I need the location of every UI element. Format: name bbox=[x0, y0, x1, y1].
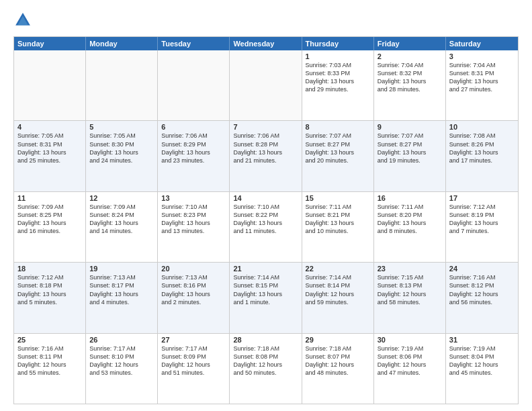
cell-line: Sunset: 8:06 PM bbox=[378, 353, 442, 361]
cell-line: Sunset: 8:21 PM bbox=[306, 211, 370, 219]
calendar-cell: 8Sunrise: 7:07 AMSunset: 8:27 PMDaylight… bbox=[302, 121, 374, 191]
day-number: 30 bbox=[378, 336, 442, 344]
cell-line: Sunset: 8:11 PM bbox=[17, 353, 82, 361]
day-number: 23 bbox=[378, 265, 442, 273]
day-number: 15 bbox=[306, 194, 370, 202]
day-number: 17 bbox=[449, 194, 515, 202]
cell-line: Sunrise: 7:11 AM bbox=[378, 203, 442, 211]
cell-line: Sunset: 8:08 PM bbox=[233, 353, 298, 361]
cell-line: Sunset: 8:18 PM bbox=[17, 281, 82, 289]
calendar-cell bbox=[14, 50, 86, 120]
calendar-cell: 4Sunrise: 7:05 AMSunset: 8:31 PMDaylight… bbox=[14, 121, 86, 191]
cell-line: Sunset: 8:16 PM bbox=[161, 281, 226, 289]
cell-line: Daylight: 13 hours bbox=[17, 219, 82, 227]
cell-line: and 28 minutes. bbox=[378, 85, 442, 93]
cell-line: Sunset: 8:24 PM bbox=[89, 211, 154, 219]
cell-line: Sunrise: 7:14 AM bbox=[233, 273, 298, 281]
calendar-cell: 19Sunrise: 7:13 AMSunset: 8:17 PMDayligh… bbox=[86, 263, 158, 332]
cell-line: Sunrise: 7:11 AM bbox=[306, 203, 370, 211]
cell-line: Sunrise: 7:14 AM bbox=[306, 273, 370, 281]
calendar-header-cell: Monday bbox=[86, 37, 158, 50]
logo-icon bbox=[13, 11, 32, 30]
cell-line: Sunset: 8:32 PM bbox=[378, 69, 442, 77]
calendar-cell: 22Sunrise: 7:14 AMSunset: 8:14 PMDayligh… bbox=[302, 263, 374, 332]
calendar-cell: 25Sunrise: 7:16 AMSunset: 8:11 PMDayligh… bbox=[14, 334, 86, 404]
cell-line: and 4 minutes. bbox=[89, 298, 154, 306]
cell-line: Sunset: 8:20 PM bbox=[378, 211, 442, 219]
day-number: 8 bbox=[306, 123, 370, 131]
day-number: 2 bbox=[378, 52, 442, 60]
cell-line: Sunset: 8:29 PM bbox=[161, 140, 226, 148]
cell-line: Sunrise: 7:16 AM bbox=[449, 273, 515, 281]
cell-line: Sunrise: 7:18 AM bbox=[306, 345, 370, 353]
day-number: 28 bbox=[233, 336, 298, 344]
day-number: 16 bbox=[378, 194, 442, 202]
calendar-row: 18Sunrise: 7:12 AMSunset: 8:18 PMDayligh… bbox=[14, 263, 518, 333]
cell-line: Sunset: 8:23 PM bbox=[161, 211, 226, 219]
cell-line: Sunset: 8:27 PM bbox=[306, 140, 370, 148]
cell-line: Sunset: 8:27 PM bbox=[378, 140, 442, 148]
cell-line: and 27 minutes. bbox=[449, 85, 515, 93]
day-number: 5 bbox=[89, 123, 154, 131]
calendar-cell: 29Sunrise: 7:18 AMSunset: 8:07 PMDayligh… bbox=[302, 334, 374, 404]
day-number: 13 bbox=[161, 194, 226, 202]
calendar-cell: 21Sunrise: 7:14 AMSunset: 8:15 PMDayligh… bbox=[230, 263, 302, 332]
day-number: 27 bbox=[161, 336, 226, 344]
cell-line: Daylight: 13 hours bbox=[17, 148, 82, 156]
day-number: 29 bbox=[306, 336, 370, 344]
cell-line: Daylight: 12 hours bbox=[449, 361, 515, 369]
cell-line: Sunrise: 7:05 AM bbox=[17, 132, 82, 140]
calendar-cell: 16Sunrise: 7:11 AMSunset: 8:20 PMDayligh… bbox=[374, 192, 446, 262]
calendar-cell bbox=[158, 50, 230, 120]
cell-line: Sunset: 8:13 PM bbox=[378, 281, 442, 289]
cell-line: Sunrise: 7:16 AM bbox=[17, 345, 82, 353]
cell-line: Sunrise: 7:07 AM bbox=[378, 132, 442, 140]
day-number: 12 bbox=[89, 194, 154, 202]
cell-line: Daylight: 13 hours bbox=[89, 219, 154, 227]
day-number: 7 bbox=[233, 123, 298, 131]
cell-line: and 29 minutes. bbox=[306, 85, 370, 93]
cell-line: Sunset: 8:15 PM bbox=[233, 281, 298, 289]
cell-line: Daylight: 12 hours bbox=[378, 361, 442, 369]
cell-line: Sunrise: 7:13 AM bbox=[161, 273, 226, 281]
cell-line: Daylight: 13 hours bbox=[378, 148, 442, 156]
calendar-cell: 5Sunrise: 7:05 AMSunset: 8:30 PMDaylight… bbox=[86, 121, 158, 191]
day-number: 9 bbox=[378, 123, 442, 131]
day-number: 1 bbox=[306, 52, 370, 60]
cell-line: and 2 minutes. bbox=[161, 298, 226, 306]
cell-line: Sunset: 8:17 PM bbox=[89, 281, 154, 289]
cell-line: Sunset: 8:12 PM bbox=[449, 281, 515, 289]
cell-line: Sunrise: 7:04 AM bbox=[378, 61, 442, 69]
cell-line: Sunrise: 7:06 AM bbox=[161, 132, 226, 140]
day-number: 25 bbox=[17, 336, 82, 344]
cell-line: Sunrise: 7:08 AM bbox=[449, 132, 515, 140]
day-number: 20 bbox=[161, 265, 226, 273]
cell-line: Daylight: 13 hours bbox=[233, 148, 298, 156]
cell-line: Daylight: 13 hours bbox=[89, 290, 154, 298]
calendar-cell: 13Sunrise: 7:10 AMSunset: 8:23 PMDayligh… bbox=[158, 192, 230, 262]
calendar-cell: 6Sunrise: 7:06 AMSunset: 8:29 PMDaylight… bbox=[158, 121, 230, 191]
cell-line: Daylight: 13 hours bbox=[306, 219, 370, 227]
cell-line: and 16 minutes. bbox=[17, 227, 82, 235]
cell-line: Sunrise: 7:05 AM bbox=[89, 132, 154, 140]
cell-line: Sunrise: 7:15 AM bbox=[378, 273, 442, 281]
calendar-header-cell: Thursday bbox=[302, 37, 374, 50]
cell-line: and 7 minutes. bbox=[449, 227, 515, 235]
cell-line: Daylight: 12 hours bbox=[378, 290, 442, 298]
cell-line: Daylight: 13 hours bbox=[161, 148, 226, 156]
cell-line: Sunset: 8:33 PM bbox=[306, 69, 370, 77]
day-number: 31 bbox=[449, 336, 515, 344]
cell-line: Daylight: 13 hours bbox=[449, 219, 515, 227]
cell-line: Sunrise: 7:07 AM bbox=[306, 132, 370, 140]
calendar-row: 1Sunrise: 7:03 AMSunset: 8:33 PMDaylight… bbox=[14, 50, 518, 121]
calendar-cell: 18Sunrise: 7:12 AMSunset: 8:18 PMDayligh… bbox=[14, 263, 86, 332]
cell-line: Daylight: 13 hours bbox=[161, 219, 226, 227]
day-number: 4 bbox=[17, 123, 82, 131]
calendar-header-cell: Saturday bbox=[446, 37, 518, 50]
calendar-header-cell: Wednesday bbox=[230, 37, 302, 50]
calendar-cell: 7Sunrise: 7:06 AMSunset: 8:28 PMDaylight… bbox=[230, 121, 302, 191]
cell-line: and 59 minutes. bbox=[306, 298, 370, 306]
cell-line: and 10 minutes. bbox=[306, 227, 370, 235]
cell-line: Sunset: 8:19 PM bbox=[449, 211, 515, 219]
calendar-cell bbox=[230, 50, 302, 120]
